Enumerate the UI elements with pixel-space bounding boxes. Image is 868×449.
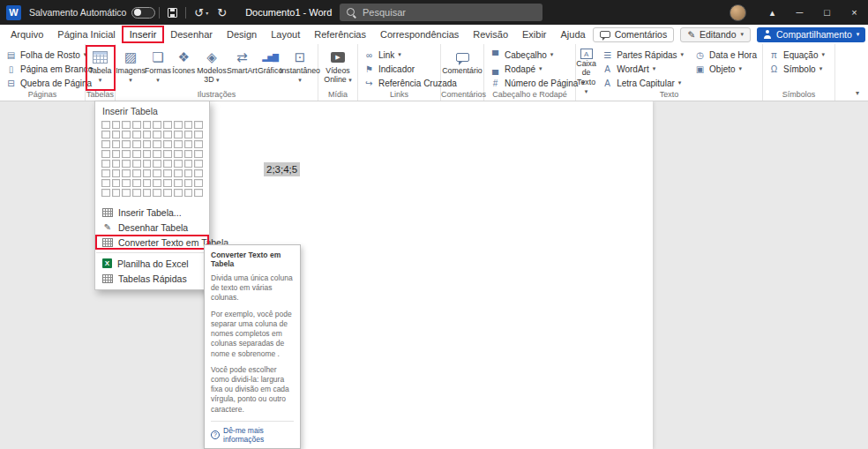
search-box[interactable] bbox=[340, 4, 542, 21]
table-size-cell[interactable] bbox=[122, 121, 131, 129]
table-size-cell[interactable] bbox=[174, 131, 183, 138]
online-videos-button[interactable]: ▶ Vídeos Online ▾ bbox=[320, 47, 355, 89]
table-size-cell[interactable] bbox=[143, 150, 152, 158]
share-button[interactable]: Compartilhamento ▾ bbox=[757, 27, 865, 42]
table-size-cell[interactable] bbox=[132, 121, 141, 129]
table-size-cell[interactable] bbox=[153, 189, 161, 197]
table-size-cell[interactable] bbox=[163, 131, 172, 138]
menu-item-draw-table[interactable]: ✎ Desenhar Tabela bbox=[95, 220, 209, 235]
table-size-cell[interactable] bbox=[194, 179, 203, 187]
table-size-cell[interactable] bbox=[143, 131, 152, 138]
drop-cap-button[interactable]: A Letra Capitular ▾ bbox=[600, 77, 685, 89]
tab-inserir[interactable]: Inserir bbox=[123, 26, 164, 42]
table-size-cell[interactable] bbox=[101, 121, 110, 129]
table-size-cell[interactable] bbox=[163, 179, 172, 187]
user-avatar[interactable] bbox=[730, 4, 746, 21]
bookmark-button[interactable]: ⚑ Indicador bbox=[362, 63, 437, 75]
table-size-cell[interactable] bbox=[194, 189, 203, 197]
table-size-cell[interactable] bbox=[174, 179, 183, 187]
tab-referencias[interactable]: Referências bbox=[307, 26, 373, 42]
tab-pagina-inicial[interactable]: Página Inicial bbox=[50, 26, 122, 42]
tab-design[interactable]: Design bbox=[220, 26, 264, 42]
table-size-cell[interactable] bbox=[132, 140, 141, 148]
table-size-cell[interactable] bbox=[174, 189, 183, 197]
table-size-cell[interactable] bbox=[153, 121, 161, 129]
table-size-cell[interactable] bbox=[101, 169, 110, 177]
table-size-cell[interactable] bbox=[143, 140, 152, 148]
tab-layout[interactable]: Layout bbox=[264, 26, 307, 42]
table-size-cell[interactable] bbox=[153, 169, 161, 177]
table-size-cell[interactable] bbox=[132, 160, 141, 168]
table-size-cell[interactable] bbox=[112, 150, 121, 158]
table-size-cell[interactable] bbox=[143, 189, 152, 197]
table-size-cell[interactable] bbox=[163, 169, 172, 177]
text-box-button[interactable]: A Caixa de Texto ▾ bbox=[576, 47, 596, 89]
maximize-button[interactable]: □ bbox=[813, 0, 841, 25]
table-size-cell[interactable] bbox=[163, 189, 172, 197]
table-size-cell[interactable] bbox=[194, 150, 203, 158]
menu-item-insert-table[interactable]: Inserir Tabela... bbox=[95, 205, 209, 220]
table-size-cell[interactable] bbox=[122, 131, 131, 138]
undo-button[interactable]: ↺ ▾ bbox=[190, 0, 213, 25]
comment-button[interactable]: Comentário bbox=[443, 47, 482, 89]
tell-me-more-link[interactable]: Dê-me mais informações bbox=[223, 426, 294, 444]
link-button[interactable]: ∞ Link ▾ bbox=[362, 49, 437, 61]
table-size-cell[interactable] bbox=[132, 189, 141, 197]
table-size-cell[interactable] bbox=[174, 150, 183, 158]
page-number-button[interactable]: # Número de Página ▾ bbox=[488, 77, 572, 89]
table-size-cell[interactable] bbox=[174, 169, 183, 177]
menu-item-convert-text-to-table[interactable]: Converter Texto em Tabela... bbox=[95, 235, 209, 250]
table-size-cell[interactable] bbox=[194, 131, 203, 138]
table-size-cell[interactable] bbox=[112, 169, 121, 177]
redo-button[interactable]: ↻ bbox=[213, 0, 231, 25]
table-size-cell[interactable] bbox=[184, 131, 193, 138]
icons-button[interactable]: ❖ Ícones bbox=[171, 47, 197, 89]
quick-parts-button[interactable]: ☰ Partes Rápidas ▾ bbox=[600, 49, 685, 61]
shapes-button[interactable]: ❏ Formas ▾ bbox=[145, 47, 171, 89]
tab-ajuda[interactable]: Ajuda bbox=[554, 26, 593, 42]
menu-item-excel-spreadsheet[interactable]: X Planilha do Excel bbox=[95, 256, 209, 271]
3d-models-button[interactable]: ◈ Modelos 3D ▾ bbox=[197, 47, 228, 89]
table-size-cell[interactable] bbox=[101, 160, 110, 168]
table-size-cell[interactable] bbox=[153, 140, 161, 148]
table-size-cell[interactable] bbox=[174, 140, 183, 148]
table-size-cell[interactable] bbox=[122, 179, 131, 187]
page-break-button[interactable]: ⊟ Quebra de Página bbox=[4, 77, 81, 89]
table-size-cell[interactable] bbox=[153, 160, 161, 168]
tab-desenhar[interactable]: Desenhar bbox=[163, 26, 220, 42]
table-size-cell[interactable] bbox=[163, 140, 172, 148]
collapse-ribbon-button[interactable]: ▾ bbox=[856, 89, 859, 97]
table-size-cell[interactable] bbox=[112, 160, 121, 168]
editing-mode-button[interactable]: ✎ Editando ▾ bbox=[680, 27, 751, 42]
screenshot-button[interactable]: ⊡ Instantâneo ▾ bbox=[283, 47, 317, 89]
table-size-cell[interactable] bbox=[153, 179, 161, 187]
table-size-cell[interactable] bbox=[194, 140, 203, 148]
table-size-cell[interactable] bbox=[153, 150, 161, 158]
table-size-cell[interactable] bbox=[101, 150, 110, 158]
table-size-cell[interactable] bbox=[184, 179, 193, 187]
close-button[interactable]: × bbox=[841, 0, 868, 25]
object-button[interactable]: ▣ Objeto ▾ bbox=[692, 63, 759, 75]
images-button[interactable]: ▨ Imagens ▾ bbox=[116, 47, 145, 89]
minimize-button[interactable]: ─ bbox=[786, 0, 813, 25]
table-button[interactable]: Tabela▾ bbox=[87, 47, 114, 89]
table-size-cell[interactable] bbox=[132, 169, 141, 177]
table-size-cell[interactable] bbox=[174, 121, 183, 129]
autosave-toggle[interactable] bbox=[131, 7, 155, 19]
table-size-cell[interactable] bbox=[101, 179, 110, 187]
table-size-cell[interactable] bbox=[112, 121, 121, 129]
table-size-cell[interactable] bbox=[143, 121, 152, 129]
table-size-cell[interactable] bbox=[112, 131, 121, 138]
tab-revisao[interactable]: Revisão bbox=[466, 26, 515, 42]
table-size-cell[interactable] bbox=[163, 121, 172, 129]
table-size-cell[interactable] bbox=[143, 169, 152, 177]
table-size-cell[interactable] bbox=[194, 160, 203, 168]
table-size-cell[interactable] bbox=[153, 131, 161, 138]
table-size-cell[interactable] bbox=[122, 169, 131, 177]
table-size-cell[interactable] bbox=[163, 150, 172, 158]
search-input[interactable] bbox=[363, 7, 535, 18]
menu-item-quick-tables[interactable]: Tabelas Rápidas bbox=[95, 271, 209, 286]
wordart-button[interactable]: A WordArt ▾ bbox=[600, 63, 685, 75]
table-size-cell[interactable] bbox=[101, 189, 110, 197]
tab-exibir[interactable]: Exibir bbox=[515, 26, 554, 42]
